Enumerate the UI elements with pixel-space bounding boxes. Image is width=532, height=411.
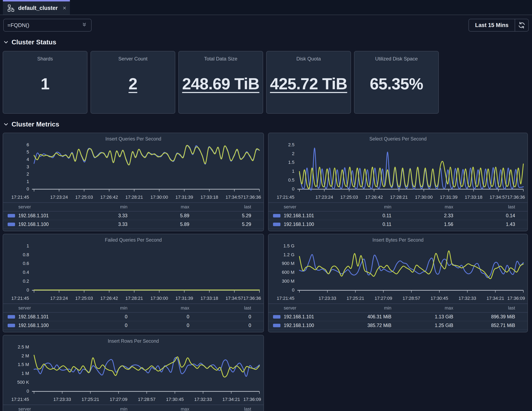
y-tick-label: 0 [27, 186, 29, 191]
chart-title: Select Queries Per Second [268, 133, 527, 142]
column-header-max: max [127, 204, 189, 210]
column-header-last: last [189, 406, 251, 411]
column-header-server: server [3, 406, 66, 411]
column-header-min: min [66, 406, 127, 411]
stat-card-server-count: Server Count 2 [91, 51, 175, 114]
table-row: 192.168.1.100000 [3, 321, 264, 330]
cell-last: 5.29 [189, 222, 251, 227]
x-tick-label: 17:30:00 [150, 296, 168, 301]
y-tick-label: 1.5 [288, 160, 294, 165]
refresh-icon [517, 21, 526, 29]
x-tick-label: 17:34:21 [222, 397, 240, 402]
cell-max: 0 [127, 323, 189, 328]
section-header-cluster-metrics[interactable]: Cluster Metrics [3, 120, 529, 128]
stat-value[interactable]: 248.69 TiB [179, 75, 263, 93]
stat-card-utilized-disk-space: Utilized Disk Space 65.35% [354, 51, 439, 114]
cell-last: 1.43 [453, 222, 515, 227]
y-tick-label: 5 [27, 149, 29, 155]
line-chart: 0123456 [3, 142, 264, 194]
cell-max: 5.89 [127, 222, 189, 227]
status-cards-row: Shards 1 Server Count 2 Total Data Size … [3, 51, 529, 114]
legend-table: serverminmaxlast [3, 405, 264, 411]
time-range-button[interactable]: Last 15 Mins [469, 19, 515, 31]
column-header-last: last [453, 305, 515, 311]
server-name: 192.168.1.100 [18, 323, 49, 328]
server-name: 192.168.1.101 [18, 314, 49, 320]
x-tick-label: 17:30:45 [166, 397, 184, 402]
y-tick-label: 6 [27, 142, 29, 147]
x-tick-label: 17:26:42 [100, 195, 118, 200]
series-line [299, 251, 523, 279]
column-header-min: min [330, 204, 391, 210]
x-tick-label: 17:30:45 [431, 296, 448, 301]
host-filter-select[interactable]: =FQDN() [3, 19, 92, 31]
y-tick-label: 1 [292, 168, 294, 174]
x-tick-label: 17:25:03 [75, 195, 93, 200]
x-tick-label: 17:34:21 [486, 296, 504, 301]
x-tick-label: 17:21:45 [11, 195, 29, 200]
chart-card-failed-queries: Failed Queries Per Second 00.20.40.60.81… [3, 234, 264, 333]
stat-value: 65.35% [354, 75, 438, 93]
stat-value[interactable]: 425.72 TiB [267, 75, 351, 93]
stat-label: Shards [3, 56, 87, 62]
series-line [34, 145, 259, 165]
server-name: 192.168.1.100 [284, 323, 314, 328]
tab-close-icon[interactable]: × [63, 5, 66, 11]
x-tick-label: 17:21:45 [277, 195, 294, 200]
x-tick-label: 17:28:57 [402, 296, 420, 301]
server-name: 192.168.1.100 [284, 222, 314, 227]
y-tick-label: 0.8 [23, 252, 29, 257]
x-tick-label: 17:28:57 [138, 397, 156, 402]
y-tick-label: 0.2 [23, 279, 29, 284]
legend-swatch [273, 324, 280, 327]
y-tick-label: 0.4 [23, 270, 29, 275]
cell-max: 0 [127, 314, 189, 320]
x-tick-label: 17:33:18 [465, 195, 483, 200]
chart-title: Insert Rows Per Second [3, 335, 264, 344]
x-tick-label: 17:21:45 [11, 296, 29, 301]
y-tick-label: 1.5 G [283, 243, 294, 248]
cell-min: 3.33 [66, 213, 127, 218]
x-tick-label: 17:23:24 [50, 195, 68, 200]
y-tick-label: 2 [27, 171, 29, 177]
stat-label: Utilized Disk Space [354, 56, 438, 62]
cell-min: 0.11 [330, 213, 391, 218]
y-tick-label: 1.2 G [283, 252, 294, 257]
stat-label: Disk Quota [267, 56, 351, 62]
chart-card-insert-rows: Insert Rows Per Second 0500 K1 M1.5 M2 M… [3, 335, 264, 411]
y-tick-label: 2 M [21, 353, 29, 358]
y-tick-label: 2.5 [288, 142, 294, 147]
tab-default-cluster[interactable]: default_cluster × [3, 0, 70, 15]
cell-max: 2.33 [391, 213, 453, 218]
x-axis-labels: 17:21:4517:23:2417:25:0317:26:4217:28:21… [268, 194, 527, 202]
x-tick-label: 17:25:03 [341, 195, 358, 200]
y-tick-label: 3 [27, 164, 29, 169]
column-header-last: last [189, 204, 251, 210]
y-tick-label: 0 [27, 389, 29, 394]
cell-last: 852.71 MiB [453, 323, 515, 328]
x-tick-label: 17:36:36 [243, 195, 261, 200]
x-tick-label: 17:27:09 [374, 296, 392, 301]
legend-table-header: serverminmaxlast [3, 203, 264, 212]
stat-card-disk-quota: Disk Quota 425.72 TiB [266, 51, 351, 114]
column-header-max: max [127, 305, 189, 311]
stat-card-total-data-size: Total Data Size 248.69 TiB [178, 51, 263, 114]
y-tick-label: 900 M [282, 261, 294, 266]
section-header-cluster-status[interactable]: Cluster Status [3, 38, 529, 46]
column-header-last: last [453, 204, 515, 210]
x-tick-label: 17:31:39 [440, 195, 457, 200]
y-tick-label: 1 M [21, 371, 29, 376]
refresh-button[interactable] [515, 19, 528, 31]
cell-last: 5.29 [189, 213, 251, 218]
x-tick-label: 17:23:33 [53, 397, 71, 402]
stat-value[interactable]: 2 [91, 75, 175, 93]
x-tick-label: 17:26:42 [365, 195, 383, 200]
table-row: 192.168.1.101406.31 MiB1.13 GiB896.39 Mi… [268, 313, 527, 321]
y-tick-label: 1.5 M [18, 362, 29, 367]
line-chart: 00.20.40.60.81 [3, 243, 264, 295]
cell-last: 0 [189, 323, 251, 328]
legend-table: serverminmaxlast192.168.1.101000192.168.… [3, 303, 264, 330]
table-row: 192.168.1.1010.112.330.14 [268, 212, 527, 220]
x-axis-labels: 17:21:4517:23:3317:25:2117:27:0917:28:57… [3, 396, 264, 404]
x-tick-label: 17:21:45 [11, 397, 29, 402]
